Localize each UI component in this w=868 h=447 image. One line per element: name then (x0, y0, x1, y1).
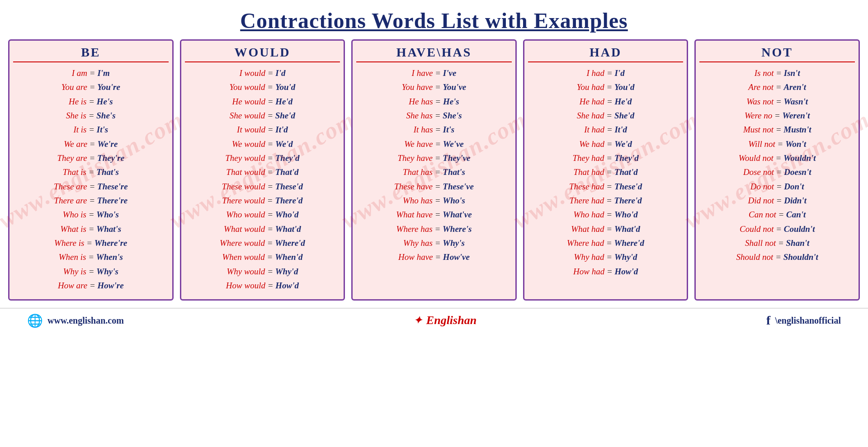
equals-sign: = (265, 238, 275, 248)
full-form: We have (404, 139, 433, 149)
short-form: He's (443, 97, 459, 106)
equals-sign: = (433, 82, 443, 92)
short-form: Why's (96, 267, 118, 276)
contraction-row: That has = That's (356, 165, 512, 179)
full-form: Why has (403, 238, 433, 248)
equals-sign: = (604, 238, 614, 248)
equals-sign: = (265, 267, 275, 276)
equals-sign: = (433, 224, 443, 234)
contraction-row: They are = They're (13, 151, 169, 165)
contraction-row: Why had = Why'd (528, 250, 684, 264)
contraction-row: She had = She'd (528, 108, 684, 122)
short-form: Aren't (783, 82, 806, 92)
contraction-row: It has = It's (356, 122, 512, 136)
contraction-row: Who would = Who'd (185, 207, 340, 221)
footer: 🌐 www.englishan.com ✦ Englishan f \engli… (0, 308, 868, 332)
contraction-row: What have = What've (356, 207, 512, 221)
contraction-row: Would not = Wouldn't (699, 151, 855, 165)
short-form: These're (97, 182, 128, 191)
full-form: That has (403, 167, 433, 177)
full-form: It has (414, 125, 433, 134)
contraction-row: I would = I'd (185, 66, 340, 80)
short-form: Why'd (614, 252, 637, 262)
column-header-would: WOULD (185, 45, 340, 62)
full-form: He had (580, 97, 604, 106)
contraction-row: Will not = Won't (699, 137, 855, 151)
globe-icon: 🌐 (27, 313, 43, 328)
contraction-row: These would = These'd (185, 179, 340, 193)
full-form: Why had (574, 252, 604, 262)
equals-sign: = (265, 153, 275, 163)
column-had: www.englishan.comHADI had = I'dYou had =… (523, 39, 689, 301)
contraction-row: Is not = Isn't (699, 66, 855, 80)
contraction-row: How have = How've (356, 250, 512, 264)
footer-logo: ✦ Englishan (414, 314, 476, 327)
full-form: Can not (749, 210, 776, 219)
column-havehas: www.englishan.comHAVE\HASI have = I'veYo… (351, 39, 517, 301)
column-be: www.englishan.comBEI am = I'mYou are = Y… (8, 39, 174, 301)
contraction-row: There are = There're (13, 193, 169, 207)
equals-sign: = (604, 182, 614, 191)
full-form: Shall not (745, 238, 776, 248)
equals-sign: = (604, 252, 614, 262)
short-form: They'd (275, 153, 300, 163)
contraction-row: What is = What's (13, 222, 169, 236)
short-form: They'd (614, 153, 639, 163)
short-form: When's (96, 252, 123, 262)
contraction-row: They have = They've (356, 151, 512, 165)
equals-sign: = (774, 82, 783, 92)
short-form: I've (443, 68, 457, 78)
short-form: She's (96, 111, 115, 120)
equals-sign: = (87, 82, 97, 92)
full-form: Must not (743, 125, 774, 134)
contraction-row: You would = You'd (185, 80, 340, 94)
full-form: That had (574, 167, 604, 177)
short-form: How're (98, 281, 124, 290)
equals-sign: = (86, 111, 96, 120)
contraction-row: Was not = Wasn't (699, 94, 855, 108)
equals-sign: = (774, 97, 783, 106)
equals-sign: = (604, 196, 614, 205)
short-form: Where'd (275, 238, 305, 248)
equals-sign: = (86, 252, 96, 262)
short-form: We'd (614, 139, 632, 149)
equals-sign: = (433, 238, 443, 248)
short-form: Doesn't (784, 167, 811, 177)
full-form: She is (66, 111, 86, 120)
contraction-row: Why would = Why'd (185, 264, 340, 278)
equals-sign: = (604, 68, 614, 78)
equals-sign: = (774, 153, 783, 163)
full-form: She has (406, 111, 433, 120)
column-would: www.englishan.comWOULDI would = I'dYou w… (180, 39, 345, 301)
full-form: I have (412, 68, 433, 78)
short-form: Mustn't (783, 125, 811, 134)
full-form: How had (573, 267, 604, 276)
full-form: They are (57, 153, 87, 163)
contraction-row: That had = That'd (528, 165, 684, 179)
full-form: We would (232, 139, 265, 149)
contraction-row: She has = She's (356, 108, 512, 122)
short-form: How've (443, 252, 470, 262)
contraction-row: We had = We'd (528, 137, 684, 151)
full-form: We are (64, 139, 87, 149)
equals-sign: = (265, 139, 275, 149)
full-form: Where had (567, 238, 604, 248)
contraction-row: Where would = Where'd (185, 236, 340, 250)
equals-sign: = (433, 196, 443, 205)
equals-sign: = (604, 125, 614, 134)
full-form: You are (61, 82, 87, 92)
equals-sign: = (773, 252, 783, 262)
short-form: What'd (275, 224, 301, 234)
equals-sign: = (604, 139, 614, 149)
short-form: Shan't (786, 238, 810, 248)
full-form: Who is (63, 210, 86, 219)
full-form: That is (63, 167, 86, 177)
short-form: Didn't (784, 196, 807, 205)
footer-social: f \englishanofficial (766, 313, 841, 328)
equals-sign: = (604, 210, 614, 219)
short-form: We're (97, 139, 118, 149)
short-form: Who'd (614, 210, 638, 219)
short-form: It'd (614, 125, 627, 134)
contraction-row: I am = I'm (13, 66, 169, 80)
short-form: Weren't (783, 111, 810, 120)
